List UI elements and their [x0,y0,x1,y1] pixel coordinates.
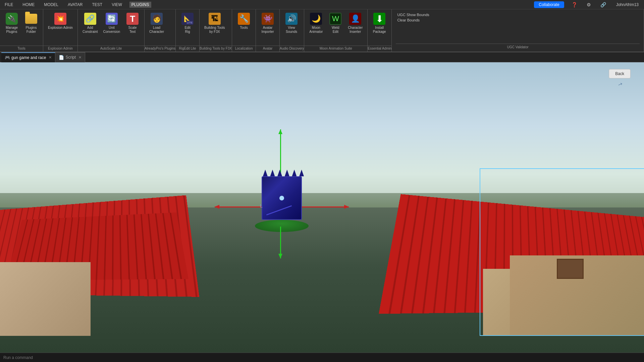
command-bar [0,353,644,362]
settings-icon[interactable]: ⚙ [585,2,593,7]
menu-model[interactable]: MODEL [42,2,60,8]
transform-gizmo [215,129,349,263]
building-window [557,259,584,279]
menu-file[interactable]: FILE [3,2,15,8]
add-constraint-icon: 🔗 [84,13,96,25]
arrow-down [280,227,281,258]
view-sounds-icon: 🔊 [285,13,298,25]
toolbar-section-localization: 🔧 Tools Localization [232,9,256,52]
unit-conversion-button[interactable]: 🔄 Unit Conversion [101,11,123,35]
install-package-icon: ⬇ [373,13,385,25]
building-tools-icon: 🏗 [209,13,221,25]
edit-rig-button[interactable]: 📐 LITE Edit Rig [178,11,197,35]
command-input[interactable] [3,355,104,360]
tools-localization-button[interactable]: 🔧 Tools [234,11,254,31]
toolbar-section-moon-animation: 🌙 Moon Animator W Weld Edit 👤 Character … [304,9,368,52]
tools-localization-icon: 🔧 [238,13,250,25]
l-marker: L [260,203,263,208]
viewport[interactable]: L Back ↗ [0,62,644,353]
menu-test[interactable]: TEST [90,2,104,8]
menu-view[interactable]: VIEW [110,2,124,8]
weld-edit-icon: W [329,13,341,25]
building-left [0,262,91,336]
scale-text-icon: T [126,13,139,25]
tab-gun-game-icon: 🎮 [5,55,10,60]
character-inserter-icon: 👤 [349,13,361,25]
toolbar-section-rigedit: 📐 LITE Edit Rig RigEdit Lite [176,9,200,52]
add-constraint-button[interactable]: 🔗 Add Constraint [80,11,101,35]
scale-text-button[interactable]: T Scale Text [123,11,142,35]
load-character-icon: 🧑 [151,13,163,25]
weld-edit-button[interactable]: W Weld Edit [326,11,345,35]
ugc-show-bounds-button[interactable]: UGC Show Bounds [396,12,430,17]
toolbar: 🔌 Manage Plugins Plugins Folder Tools 💥 … [0,9,644,52]
manage-plugins-button[interactable]: 🔌 Manage Plugins [2,11,21,35]
manage-plugins-icon: 🔌 [6,13,18,25]
tab-script[interactable]: 📄 Script ✕ [55,52,85,62]
tab-script-close[interactable]: ✕ [78,55,82,60]
toolbar-section-essential-admin: ⬇ Install Package Essential Admin [368,9,392,52]
help-icon[interactable]: ❓ [570,2,579,7]
moon-animator-button[interactable]: 🌙 Moon Animator [306,11,326,35]
install-package-button[interactable]: ⬇ Install Package [370,11,389,35]
toolbar-section-alreadypro: 🧑 Load Character AlreadyPro's Plugins [145,9,176,52]
plugins-folder-icon [25,13,37,25]
load-character-button[interactable]: 🧑 Load Character [147,11,167,35]
tab-bar: 🎮 gun game and race ✕ 📄 Script ✕ [0,52,644,62]
tab-script-icon: 📄 [59,55,64,60]
toolbar-section-avatar: 👾 Avatar Importer Avatar [256,9,280,52]
drum-object [262,170,309,232]
toolbar-section-explosion-admin: 💥 Explosion Admin Explosion Admin [43,9,78,52]
toolbar-section-building-tools: 🏗 Building Tools by F3X Building Tools b… [200,9,232,52]
avatar-importer-icon: 👾 [262,13,274,25]
collaborate-button[interactable]: Collaborate [534,1,564,8]
menu-plugins[interactable]: PLUGINS [129,2,151,8]
toolbar-section-audio-discovery: 🔊 View Sounds Audio Discovery [280,9,304,52]
username: JohnAfrim13 [613,2,641,7]
avatar-importer-button[interactable]: 👾 Avatar Importer [258,11,277,35]
edit-rig-icon: 📐 LITE [181,13,194,25]
clear-bounds-button[interactable]: Clear Bounds [396,17,421,23]
tab-gun-game-and-race[interactable]: 🎮 gun game and race ✕ [1,52,55,62]
unit-conversion-icon: 🔄 [106,13,118,25]
building-tools-button[interactable]: 🏗 Building Tools by F3X [202,11,228,35]
view-sounds-button[interactable]: 🔊 View Sounds [282,11,301,35]
toolbar-section-tools: 🔌 Manage Plugins Plugins Folder Tools [0,9,43,52]
menu-bar: FILE HOME MODEL AVATAR TEST VIEW PLUGINS… [0,0,644,9]
menu-avatar[interactable]: AVATAR [66,2,85,8]
tab-gun-game-close[interactable]: ✕ [49,55,52,60]
menu-home[interactable]: HOME [20,2,37,8]
back-button[interactable]: Back [609,69,631,78]
share-icon[interactable]: 🔗 [598,2,608,7]
toolbar-section-ugc: UGC Show Bounds Clear Bounds UGC Validat… [392,9,644,52]
plugins-folder-button[interactable]: Plugins Folder [21,11,41,35]
character-inserter-button[interactable]: 👤 Character Inserter [345,11,365,35]
explosion-admin-button[interactable]: 💥 Explosion Admin [45,11,75,31]
toolbar-section-autoscale: 🔗 Add Constraint 🔄 Unit Conversion T Sca… [78,9,145,52]
moon-animator-icon: 🌙 [310,13,322,25]
explosion-admin-icon: 💥 [54,13,66,25]
